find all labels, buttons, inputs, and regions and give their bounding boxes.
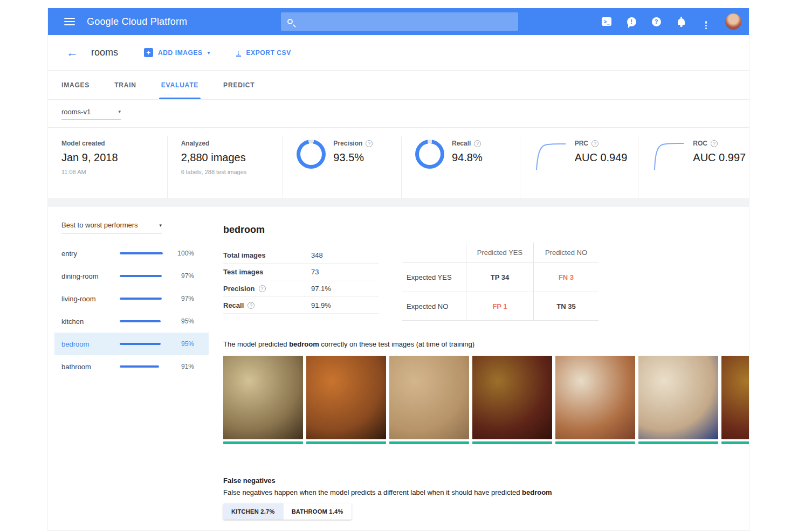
roc-metric: ROC? AUC 0.997: [638, 136, 749, 198]
help-icon[interactable]: ?: [651, 16, 662, 27]
section-divider: [48, 198, 749, 207]
thumbnail-item[interactable]: [389, 356, 469, 444]
help-icon[interactable]: ?: [366, 140, 373, 147]
correct-predictions-caption: The model predicted bedroom correctly on…: [223, 340, 474, 348]
stat-value: 91.9%: [311, 301, 331, 309]
stat-row: Precision?97.1%: [223, 280, 379, 297]
stat-row: Test images73: [223, 264, 379, 280]
add-icon: +: [144, 48, 153, 57]
notifications-bell-icon[interactable]: [676, 16, 686, 27]
roc-curve-chart: [652, 141, 685, 172]
tab-evaluate[interactable]: EVALUATE: [161, 71, 198, 99]
help-icon[interactable]: ?: [711, 140, 718, 147]
prc-auc-value: AUC 0.949: [575, 151, 628, 164]
help-icon[interactable]: ?: [591, 140, 598, 147]
recall-donut-chart: [415, 140, 444, 169]
performer-row-bathroom[interactable]: bathroom91%: [54, 355, 209, 378]
performer-bar: [120, 275, 169, 277]
brand-title: Google Cloud Platform: [87, 16, 187, 27]
stat-row: Recall?91.9%: [223, 297, 379, 314]
label-performance-panel: Best to worst performers ▾ entry100%dini…: [54, 207, 209, 378]
thumbnail-item[interactable]: [223, 356, 303, 444]
thumbnail-item[interactable]: [721, 356, 749, 444]
feedback-icon[interactable]: !: [626, 16, 637, 27]
correct-prediction-indicator: [472, 441, 552, 444]
false-negative-chips: KITCHEN 2.7%BATHROOM 1.4%: [223, 503, 352, 520]
performer-bar: [120, 365, 169, 368]
wooden-desk-chair-photo: [306, 356, 386, 439]
chevron-down-icon: ▾: [208, 50, 210, 56]
recall-value: 94.8%: [452, 151, 483, 164]
stat-row: Total images348: [223, 247, 379, 264]
prc-metric: PRC? AUC 0.949: [520, 136, 639, 198]
prc-curve-chart: [534, 141, 567, 172]
cloud-shell-icon[interactable]: >_: [601, 16, 612, 27]
dataset-title: rooms: [91, 47, 118, 58]
model-version-select[interactable]: rooms-v1 ▾: [61, 108, 121, 120]
confusion-row-label: Expected YES: [402, 262, 466, 292]
confusion-value: FN 3: [533, 262, 598, 292]
performer-row-living-room[interactable]: living-room97%: [54, 287, 209, 310]
chevron-down-icon: ▾: [118, 109, 121, 114]
performer-percent: 91%: [169, 363, 194, 370]
performer-row-kitchen[interactable]: kitchen95%: [54, 310, 209, 333]
download-icon: ↓: [236, 49, 242, 57]
tab-images[interactable]: IMAGES: [61, 71, 90, 99]
back-arrow-icon[interactable]: ←: [66, 47, 78, 59]
correct-prediction-indicator: [389, 441, 469, 444]
evaluate-content: Best to worst performers ▾ entry100%dini…: [48, 207, 749, 521]
performer-label: living-room: [61, 295, 120, 303]
performer-label: bathroom: [61, 363, 120, 371]
correct-prediction-indicator: [555, 441, 635, 444]
ornate-chest-photo: [472, 356, 552, 439]
confusion-value: FP 1: [466, 292, 533, 321]
tab-train[interactable]: TRAIN: [114, 71, 136, 99]
performer-row-bedroom[interactable]: bedroom95%: [54, 333, 209, 355]
performer-row-dining-room[interactable]: dining-room97%: [54, 265, 209, 287]
performer-label: kitchen: [61, 317, 120, 326]
model-created-date: Jan 9, 2018: [61, 151, 118, 164]
false-negatives-description: False negatives happen when the model pr…: [223, 488, 552, 496]
model-created-metric: Model created Jan 9, 2018 11:08 AM: [48, 136, 168, 198]
confusion-col-header: Predicted NO: [533, 243, 598, 262]
confusion-matrix: Predicted YESPredicted NOExpected YESTP …: [402, 243, 598, 321]
performer-row-entry[interactable]: entry100%: [54, 242, 209, 265]
export-csv-button[interactable]: ↓ EXPORT CSV: [236, 49, 291, 57]
thumbnail-item[interactable]: [306, 356, 386, 444]
evaluation-summary: Model created Jan 9, 2018 11:08 AM Analy…: [48, 128, 749, 198]
ornate-chest-2-photo: [721, 356, 749, 439]
performer-percent: 95%: [169, 340, 194, 348]
thumbnail-item[interactable]: [638, 356, 718, 444]
false-negative-chip-bathroom[interactable]: BATHROOM 1.4%: [283, 503, 352, 520]
precision-metric: Precision? 93.5%: [283, 136, 402, 198]
false-negative-chip-kitchen[interactable]: KITCHEN 2.7%: [223, 503, 283, 520]
header-actions: >_ ! ?: [601, 8, 741, 35]
stat-label: Total images: [223, 251, 311, 259]
analyzed-metric: Analyzed 2,880 images 6 labels, 288 test…: [168, 136, 284, 198]
correct-prediction-indicator: [223, 441, 303, 444]
model-created-time: 11:08 AM: [61, 169, 118, 175]
section-tabs: IMAGESTRAINEVALUATEPREDICT: [48, 71, 749, 100]
user-avatar[interactable]: [725, 13, 741, 30]
search-input[interactable]: [281, 12, 518, 31]
thumbnail-item[interactable]: [555, 356, 635, 444]
help-icon[interactable]: ?: [474, 140, 481, 147]
performers-list: entry100%dining-room97%living-room97%kit…: [54, 242, 209, 378]
false-negatives-title: False negatives: [223, 476, 276, 485]
stat-label: Recall?: [223, 301, 311, 309]
label-stats-table: Total images348Test images73Precision?97…: [223, 247, 379, 314]
analyzed-detail: 6 labels, 288 test images: [181, 169, 247, 175]
performer-label: bedroom: [61, 340, 120, 348]
confusion-row-label: Expected NO: [402, 292, 466, 321]
help-icon[interactable]: ?: [259, 285, 266, 292]
chevron-down-icon: ▾: [159, 223, 162, 228]
overflow-menu-icon[interactable]: [700, 16, 711, 27]
thumbnail-item[interactable]: [472, 356, 552, 444]
tab-predict[interactable]: PREDICT: [223, 71, 254, 99]
menu-icon[interactable]: [64, 16, 75, 27]
performers-sort-select[interactable]: Best to worst performers ▾: [61, 221, 162, 233]
stat-value: 73: [311, 268, 319, 276]
add-images-button[interactable]: + ADD IMAGES ▾: [144, 48, 210, 57]
help-icon[interactable]: ?: [247, 302, 254, 309]
gcp-header-bar: Google Cloud Platform >_ ! ?: [48, 8, 749, 35]
